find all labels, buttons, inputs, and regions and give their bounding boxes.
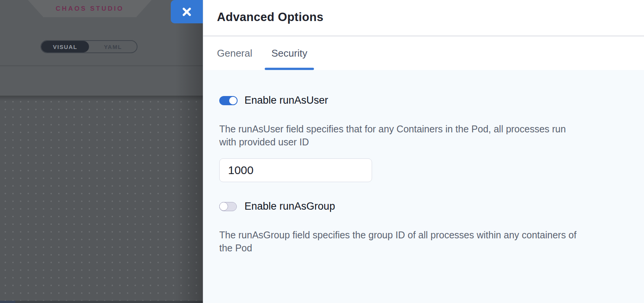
- tab-general-label: General: [217, 47, 252, 59]
- run-as-group-row: Enable runAsGroup: [219, 200, 629, 212]
- dimmed-workspace: CHAOS STUDIO VISUAL YAML: [0, 0, 203, 303]
- tab-general[interactable]: General: [217, 36, 259, 70]
- run-as-user-row: Enable runAsUser: [219, 94, 629, 106]
- run-as-group-toggle[interactable]: [219, 202, 237, 211]
- toggle-knob: [219, 202, 228, 211]
- security-tab-panel: Enable runAsUser The runAsUser field spe…: [203, 70, 644, 303]
- drawer-header: Advanced Options: [203, 0, 644, 36]
- close-icon: [181, 7, 192, 17]
- yaml-view-tab[interactable]: YAML: [89, 41, 137, 52]
- toggle-knob: [228, 96, 238, 105]
- advanced-options-drawer: Advanced Options General Security Enable…: [203, 0, 644, 303]
- run-as-group-description: The runAsGroup field specifies the group…: [219, 228, 582, 254]
- run-as-group-label: Enable runAsGroup: [244, 200, 335, 212]
- run-as-user-label: Enable runAsUser: [244, 94, 328, 106]
- drawer-title: Advanced Options: [203, 0, 644, 24]
- dotted-canvas: [0, 96, 203, 303]
- view-mode-toggle[interactable]: VISUAL YAML: [40, 40, 138, 53]
- yaml-view-label: YAML: [104, 44, 122, 50]
- run-as-user-toggle[interactable]: [219, 96, 237, 105]
- canvas-bottom-accent: [0, 301, 15, 303]
- chaos-studio-badge: CHAOS STUDIO: [28, 0, 152, 17]
- tab-security-label: Security: [272, 47, 307, 59]
- close-drawer-button[interactable]: [171, 0, 203, 23]
- chaos-studio-badge-label: CHAOS STUDIO: [56, 5, 124, 13]
- tab-security[interactable]: Security: [265, 36, 314, 70]
- workspace-divider: [0, 65, 203, 66]
- visual-view-label: VISUAL: [53, 44, 77, 50]
- active-tab-underline: [265, 68, 314, 70]
- visual-view-tab[interactable]: VISUAL: [41, 41, 89, 52]
- run-as-user-input[interactable]: [219, 158, 372, 182]
- run-as-user-description: The runAsUser field specifies that for a…: [219, 122, 582, 148]
- drawer-tabs: General Security: [203, 36, 644, 70]
- canvas-bottom-strip: [0, 301, 203, 303]
